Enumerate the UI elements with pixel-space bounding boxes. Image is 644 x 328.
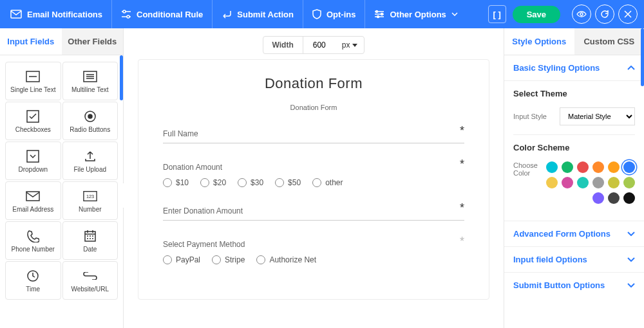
field-card-date[interactable]: Date	[62, 221, 118, 260]
payment-option[interactable]: PayPal	[163, 255, 200, 264]
color-swatch[interactable]	[577, 161, 589, 173]
shortcode-button[interactable]: [ ]	[488, 5, 506, 23]
color-swatch[interactable]	[623, 177, 635, 188]
multiline-text-icon	[83, 69, 97, 84]
left-scroll[interactable]: Single Line TextMultiline TextCheckboxes…	[0, 55, 123, 328]
color-swatch[interactable]	[608, 161, 620, 173]
field-full-name-label: Full Name	[163, 129, 464, 138]
color-swatch[interactable]	[546, 177, 558, 188]
color-swatch[interactable]	[592, 161, 604, 173]
color-swatch[interactable]	[546, 161, 558, 173]
required-star: *	[460, 201, 464, 215]
field-card-checkboxes[interactable]: Checkboxes	[5, 102, 61, 140]
tab-custom-css[interactable]: Custom CSS	[574, 28, 645, 55]
color-swatch[interactable]	[623, 192, 635, 204]
number-icon: 123	[83, 189, 97, 203]
svg-text:123: 123	[86, 193, 94, 199]
field-payment-method[interactable]: * Select Payment Method PayPalStripeAuth…	[163, 240, 464, 264]
field-card-file-upload[interactable]: File Upload	[62, 141, 118, 180]
chevron-down-icon	[627, 283, 635, 287]
amount-label: $30	[251, 178, 263, 187]
redo-icon	[600, 10, 609, 19]
payment-option[interactable]: Stripe	[212, 255, 245, 264]
close-button[interactable]	[618, 5, 638, 24]
radio-icon	[238, 178, 247, 187]
other-options-button[interactable]: Other Options	[365, 0, 466, 28]
submit-action-button[interactable]: Submit Action	[213, 0, 303, 28]
field-card-time[interactable]: Time	[5, 261, 61, 300]
amount-option[interactable]: $20	[200, 178, 226, 187]
width-unit-label: px	[342, 41, 350, 50]
file-upload-icon	[83, 149, 97, 163]
field-card-multiline-text[interactable]: Multiline Text	[62, 62, 118, 100]
color-swatch[interactable]	[608, 192, 620, 204]
redo-button[interactable]	[595, 5, 614, 24]
accordion-input-field-label: Input field Options	[513, 255, 587, 264]
accordion-basic-styling[interactable]: Basic Styling Options	[504, 55, 644, 81]
field-card-single-line-text[interactable]: Single Line Text	[5, 62, 61, 100]
left-tabs: Input Fields Other Fields	[0, 28, 123, 55]
right-panel: Style Options Custom CSS Basic Styling O…	[504, 28, 644, 328]
tab-style-options[interactable]: Style Options	[504, 28, 574, 55]
field-card-radio-buttons[interactable]: Radio Buttons	[62, 102, 118, 140]
form-preview[interactable]: Donation Form Donation Form * Full Name …	[138, 59, 489, 300]
field-card-email-address[interactable]: Email Address	[5, 181, 61, 220]
accordion-advanced-form[interactable]: Advanced Form Options	[504, 221, 644, 247]
top-toolbar: Email Notifications Conditional Rule Sub…	[0, 0, 644, 28]
close-icon	[624, 10, 632, 18]
form-title: Donation Form	[163, 75, 464, 92]
field-donation-amount[interactable]: * Donation Amount $10$20$30$50other	[163, 163, 464, 187]
save-label: Save	[527, 10, 546, 19]
tab-other-fields[interactable]: Other Fields	[62, 28, 124, 55]
accordion-submit-button[interactable]: Submit Button Options	[504, 273, 644, 298]
field-card-website-url[interactable]: Website/URL	[62, 261, 118, 300]
tab-input-fields[interactable]: Input Fields	[0, 28, 62, 55]
amount-option[interactable]: $30	[238, 178, 263, 187]
field-full-name[interactable]: * Full Name	[163, 129, 464, 143]
svg-rect-12	[27, 150, 39, 162]
color-swatch[interactable]	[592, 192, 604, 204]
width-bar: Width px	[124, 28, 504, 59]
input-style-label: Input Style	[513, 113, 552, 120]
svg-point-1	[123, 10, 126, 13]
color-swatch[interactable]	[577, 177, 589, 188]
chevron-down-icon	[451, 12, 458, 16]
color-swatch[interactable]	[623, 161, 635, 173]
input-style-select[interactable]: Material Style	[560, 107, 635, 125]
radio-icon	[163, 178, 172, 187]
field-enter-amount[interactable]: * Enter Donation Amount	[163, 206, 464, 221]
color-swatch[interactable]	[562, 161, 573, 173]
accordion-input-field[interactable]: Input field Options	[504, 247, 644, 273]
field-card-number[interactable]: 123Number	[62, 181, 118, 220]
field-payment-method-label: Select Payment Method	[163, 240, 464, 249]
chevron-up-icon	[627, 66, 635, 70]
optins-button[interactable]: Opt-ins	[303, 0, 366, 28]
field-card-phone-number[interactable]: Phone Number	[5, 221, 61, 260]
radio-icon	[275, 178, 284, 187]
payment-option[interactable]: Authorize Net	[256, 255, 316, 264]
svg-point-2	[127, 15, 129, 18]
width-unit-select[interactable]: px	[336, 37, 365, 53]
svg-point-6	[580, 13, 583, 15]
settings-sliders-icon	[374, 10, 384, 19]
tab-other-fields-label: Other Fields	[68, 37, 117, 46]
color-swatch[interactable]	[608, 177, 620, 188]
conditional-rule-button[interactable]: Conditional Rule	[112, 0, 213, 28]
color-swatch[interactable]	[592, 177, 604, 188]
shield-icon	[312, 9, 321, 19]
amount-option[interactable]: other	[312, 178, 343, 187]
tab-custom-css-label: Custom CSS	[583, 37, 634, 46]
width-input[interactable]	[303, 37, 336, 53]
choose-color-label: Choose Color	[513, 161, 538, 177]
amount-option[interactable]: $10	[163, 178, 189, 187]
svg-rect-0	[11, 10, 21, 18]
amount-option[interactable]: $50	[275, 178, 301, 187]
color-swatch[interactable]	[562, 177, 573, 188]
main-area: Input Fields Other Fields Single Line Te…	[0, 28, 644, 328]
field-card-dropdown[interactable]: Dropdown	[5, 141, 61, 180]
email-notifications-button[interactable]: Email Notifications	[0, 0, 112, 28]
required-star: *	[460, 124, 464, 138]
chevron-down-icon	[627, 232, 635, 236]
save-button[interactable]: Save	[513, 6, 560, 23]
preview-button[interactable]	[572, 5, 591, 24]
